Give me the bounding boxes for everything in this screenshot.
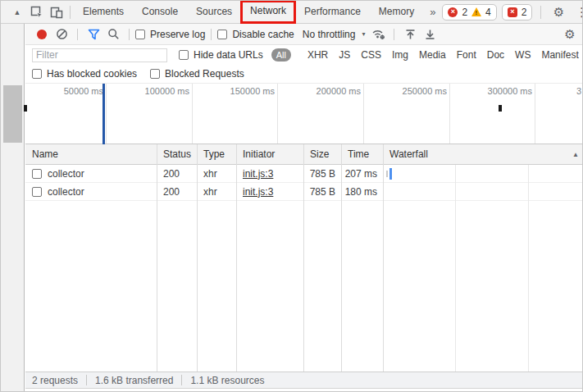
chevron-down-icon: ▾ — [362, 30, 365, 38]
sort-ascending-icon: ▲ — [572, 151, 579, 158]
search-icon[interactable] — [105, 26, 121, 43]
column-divider[interactable] — [303, 144, 304, 371]
import-har-icon[interactable] — [402, 26, 418, 43]
request-type: xhr — [197, 186, 236, 198]
dock-collapse-icon[interactable]: ▲ — [7, 2, 27, 22]
blocked-options-bar: Has blocked cookies Blocked Requests — [25, 65, 583, 83]
timeline-gridline — [449, 84, 450, 144]
divider — [86, 375, 87, 385]
has-blocked-cookies-checkbox[interactable]: Has blocked cookies — [32, 68, 137, 80]
inspect-element-icon[interactable] — [27, 2, 47, 22]
device-toolbar-icon[interactable] — [47, 2, 66, 22]
column-header-type[interactable]: Type — [197, 144, 236, 164]
filter-type-ws[interactable]: WS — [515, 49, 531, 61]
tab-console[interactable]: Console — [133, 1, 187, 23]
request-time: 207 ms — [341, 168, 383, 180]
page-scrollbar-thumb[interactable] — [3, 85, 22, 143]
filter-type-js[interactable]: JS — [339, 49, 350, 61]
column-header-initiator[interactable]: Initiator — [236, 144, 303, 164]
divider — [181, 375, 182, 385]
checkbox-icon — [179, 50, 189, 60]
network-conditions-icon[interactable] — [370, 26, 386, 43]
timeline-tick: 3 — [576, 86, 583, 96]
disable-cache-checkbox[interactable]: Disable cache — [217, 29, 294, 40]
preserve-log-checkbox[interactable]: Preserve log — [135, 29, 205, 40]
column-header-status[interactable]: Status — [157, 144, 197, 164]
column-header-name[interactable]: Name — [25, 144, 157, 164]
request-time: 180 ms — [341, 186, 383, 198]
filter-type-all[interactable]: All — [271, 48, 291, 62]
column-divider[interactable] — [197, 144, 198, 371]
row-checkbox[interactable] — [32, 169, 42, 179]
column-header-time[interactable]: Time — [341, 144, 383, 164]
table-row[interactable]: collector 200 xhr init.js:3 785 B 180 ms — [25, 183, 583, 201]
request-name: collector — [48, 168, 84, 180]
filter-type-manifest[interactable]: Manifest — [541, 49, 578, 61]
overflow-menu-icon[interactable]: ⋮ — [572, 5, 583, 20]
filter-funnel-icon[interactable] — [85, 26, 102, 43]
filter-type-xhr[interactable]: XHR — [307, 49, 328, 61]
issues-badge[interactable]: × 2 — [502, 4, 533, 21]
column-header-size[interactable]: Size — [303, 144, 341, 164]
initiator-link[interactable]: init.js:3 — [243, 186, 273, 198]
settings-gear-icon[interactable]: ⚙ — [549, 5, 567, 20]
network-settings-gear-icon[interactable]: ⚙ — [561, 27, 579, 42]
timeline-gridline — [192, 84, 193, 144]
timeline-tick: 100000 ms — [128, 86, 189, 96]
console-counts-badge[interactable]: × 2 ! 4 — [442, 4, 496, 21]
tab-sources[interactable]: Sources — [187, 1, 241, 23]
column-divider[interactable] — [236, 144, 237, 371]
hide-data-urls-checkbox[interactable]: Hide data URLs — [179, 49, 263, 61]
transferred-size: 1.6 kB transferred — [95, 375, 173, 386]
request-size: 785 B — [303, 168, 341, 180]
filter-input[interactable] — [32, 48, 167, 62]
error-icon: × — [448, 7, 458, 17]
overview-activity-mark — [24, 105, 27, 112]
blocked-requests-checkbox[interactable]: Blocked Requests — [150, 68, 244, 80]
row-checkbox[interactable] — [32, 187, 42, 197]
throttling-select[interactable]: No throttling ▾ — [303, 29, 366, 40]
requests-table: Name Status Type Initiator Size Time Wat… — [25, 144, 583, 371]
disable-cache-label: Disable cache — [232, 29, 294, 40]
column-divider[interactable] — [341, 144, 342, 371]
devtools-window: ▲ Elements Console Sources Network Perfo… — [0, 0, 583, 392]
network-toolbar: Preserve log Disable cache No throttling… — [25, 24, 583, 45]
filter-type-img[interactable]: Img — [392, 49, 408, 61]
status-badges: × 2 ! 4 × 2 ⚙ ⋮ × — [442, 4, 583, 21]
table-row[interactable]: collector 200 xhr init.js:3 785 B 207 ms — [25, 165, 583, 183]
filter-type-css[interactable]: CSS — [361, 49, 381, 61]
tab-network[interactable]: Network — [241, 1, 295, 23]
filter-type-doc[interactable]: Doc — [487, 49, 504, 61]
network-overview-timeline[interactable]: 50000 ms 100000 ms 150000 ms 200000 ms 2… — [25, 83, 583, 144]
column-divider[interactable] — [383, 144, 384, 371]
filter-type-media[interactable]: Media — [419, 49, 446, 61]
record-icon[interactable] — [37, 30, 47, 39]
tab-performance[interactable]: Performance — [295, 1, 370, 23]
timeline-gridline — [106, 84, 107, 144]
timeline-tick: 300000 ms — [471, 86, 532, 96]
error-count: 2 — [462, 7, 467, 18]
timeline-cursor[interactable] — [102, 84, 105, 145]
export-har-icon[interactable] — [421, 26, 438, 43]
tab-elements[interactable]: Elements — [74, 1, 133, 23]
issues-icon: × — [508, 7, 517, 17]
tab-memory[interactable]: Memory — [370, 1, 423, 23]
resources-size: 1.1 kB resources — [190, 375, 264, 386]
more-tabs-icon[interactable]: » — [423, 6, 442, 18]
column-header-waterfall[interactable]: Waterfall ▲ — [383, 144, 583, 164]
page-scrollbar-track[interactable] — [1, 24, 25, 392]
initiator-link[interactable]: init.js:3 — [243, 168, 273, 180]
divider — [394, 29, 394, 40]
timeline-gridline — [363, 84, 364, 144]
issues-count: 2 — [522, 7, 527, 18]
column-divider[interactable] — [157, 144, 157, 371]
filter-type-font[interactable]: Font — [457, 49, 476, 61]
divider — [70, 6, 71, 19]
checkbox-icon — [217, 30, 227, 39]
filter-type-list: XHR JS CSS Img Media Font Doc WS Manifes… — [307, 49, 583, 61]
hide-data-urls-label: Hide data URLs — [194, 49, 263, 61]
clear-icon[interactable] — [53, 26, 70, 43]
timeline-tick: 200000 ms — [299, 86, 361, 96]
warning-icon: ! — [471, 7, 481, 16]
throttling-value: No throttling — [303, 29, 356, 40]
